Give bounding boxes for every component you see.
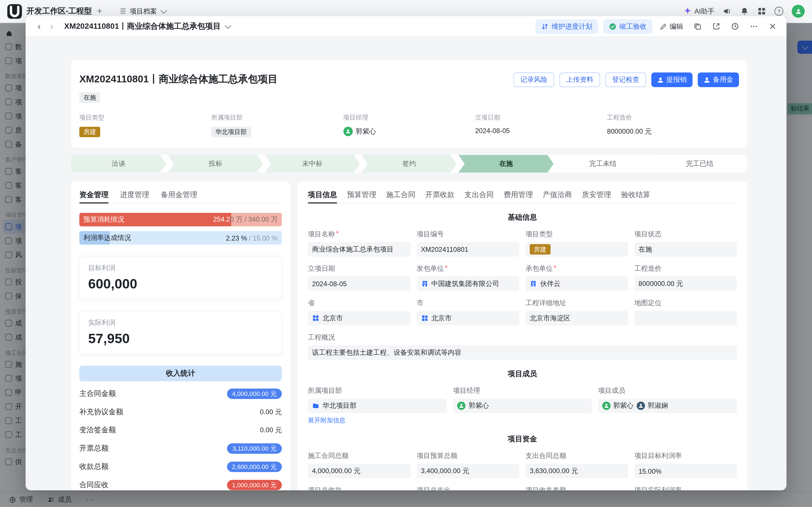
- project-members-input[interactable]: 郭紫心 郭淑娴: [598, 398, 737, 413]
- tab-construction-contract[interactable]: 施工合同: [386, 188, 416, 203]
- stage-item[interactable]: 完工未结: [555, 155, 651, 173]
- project-key-fields: 项目类型 房建 所属项目部 华北项目部 项目经理 郭紫心: [79, 113, 739, 137]
- share-button[interactable]: [709, 19, 723, 33]
- stage-item[interactable]: 投标: [168, 155, 263, 173]
- stage-item[interactable]: 签约: [362, 155, 457, 173]
- bell-icon[interactable]: [740, 7, 749, 15]
- info-panel: 项目信息 预算管理 施工合同 开票收款 支出合同 费用管理 产值洽商 质安管理 …: [297, 182, 747, 490]
- maintain-schedule-button[interactable]: 维护进度计划: [536, 19, 598, 34]
- submit-expense-button[interactable]: 提报销: [651, 72, 692, 87]
- tab-progress-management[interactable]: 进度管理: [120, 188, 149, 203]
- petty-cash-button[interactable]: 备用金: [698, 72, 739, 87]
- ai-assistant-button[interactable]: AI助手: [683, 6, 715, 16]
- history-button[interactable]: [728, 19, 742, 33]
- project-code-input[interactable]: XM2024110801: [417, 242, 519, 257]
- profit-rate-target: / 15.00 %: [247, 234, 278, 242]
- topbar-right: AI助手 ?: [683, 5, 805, 18]
- field-owner-org: 发包单位* 中国建筑集团有限公司: [417, 264, 519, 291]
- stage-item[interactable]: 完工已结: [652, 155, 747, 173]
- field-project-type: 项目类型 房建: [526, 230, 628, 257]
- field-map-location: 地图定位: [634, 298, 737, 325]
- tab-quality-safety[interactable]: 质安管理: [582, 188, 611, 203]
- amount-row-change-orders[interactable]: 变洽签金额 0.00 元: [79, 421, 282, 439]
- expand-extra-info-link[interactable]: 展开附加信息: [308, 416, 345, 425]
- stage-item[interactable]: 洽谈: [71, 155, 166, 173]
- status-badge: 在施: [79, 92, 100, 103]
- tab-project-info[interactable]: 项目信息: [308, 188, 337, 203]
- amount-row-supplement[interactable]: 补充协议金额 0.00 元: [79, 403, 282, 421]
- chevron-down-icon: [160, 7, 167, 14]
- help-icon[interactable]: ?: [774, 7, 783, 15]
- target-profit-rate-input[interactable]: 15.00%: [634, 463, 737, 478]
- project-cost-input[interactable]: 8000000.00 元: [634, 276, 737, 291]
- income-statistics-button[interactable]: 收入统计: [79, 366, 282, 381]
- megaphone-icon[interactable]: [723, 7, 732, 15]
- tab-budget[interactable]: 预算管理: [347, 188, 376, 203]
- funds-tabs: 资金管理 进度管理 备用金管理: [79, 188, 282, 203]
- back-button[interactable]: ‹: [33, 20, 45, 33]
- tab-cost-management[interactable]: 费用管理: [504, 188, 533, 203]
- more-button[interactable]: [747, 19, 760, 33]
- record-risk-button[interactable]: 记录风险: [513, 72, 554, 87]
- project-name-input[interactable]: 商业综合体施工总承包项目: [308, 242, 410, 257]
- required-mark: *: [445, 264, 447, 273]
- user-avatar[interactable]: [792, 5, 805, 18]
- ai-assistant-label: AI助手: [694, 6, 714, 16]
- apps-icon[interactable]: [757, 7, 766, 15]
- forward-button[interactable]: ›: [45, 20, 58, 33]
- contractor-org-input[interactable]: 伙伴云: [526, 276, 628, 291]
- stage-item[interactable]: 未中标: [265, 155, 360, 173]
- close-button[interactable]: [766, 19, 779, 33]
- project-overview-input[interactable]: 该工程主要包括土建工程、设备安装和调试等内容: [308, 345, 737, 360]
- required-mark: *: [554, 264, 556, 273]
- amount-row-receivable[interactable]: 合同应收 1,000,000.00 元: [79, 476, 282, 490]
- start-date-input[interactable]: 2024-08-05: [308, 276, 410, 291]
- tab-project-archive[interactable]: ☰ 项目档案: [120, 6, 165, 16]
- members-grid: 所属项目部 华北项目部 展开附加信息 项目经理 郭紫心: [308, 386, 737, 425]
- copy-button[interactable]: [690, 19, 704, 33]
- amount-row-invoiced-total[interactable]: 开票总额 3,110,000.00 元: [79, 439, 282, 457]
- tab-invoicing[interactable]: 开票收款: [426, 188, 455, 203]
- expense-contract-total-input[interactable]: 3,630,000.00 元: [526, 463, 628, 478]
- tab-acceptance-settlement[interactable]: 验收结算: [621, 188, 650, 203]
- budget-total: 0 万 / 340.00 万: [230, 215, 278, 223]
- field-actual-profit-rate: 项目实际利润率 2.23%: [634, 486, 737, 490]
- map-location-input[interactable]: [634, 311, 737, 325]
- project-status-input[interactable]: 在施: [634, 242, 737, 257]
- check-badge-icon: [609, 22, 616, 30]
- clock-icon: [731, 22, 739, 31]
- owner-org-input[interactable]: 中国建筑集团有限公司: [417, 276, 519, 291]
- register-inspection-button[interactable]: 登记检查: [605, 72, 646, 87]
- upload-files-button[interactable]: 上传资料: [559, 72, 600, 87]
- project-manager-input[interactable]: 郭紫心: [453, 398, 592, 413]
- building-icon: [421, 280, 428, 287]
- project-type-input[interactable]: 房建: [526, 242, 628, 257]
- province-input[interactable]: 北京市: [308, 311, 410, 325]
- construction-contract-total-input[interactable]: 4,000,000.00 元: [308, 463, 410, 478]
- avatar: [457, 401, 466, 410]
- amount-row-received-total[interactable]: 收款总额 2,600,000.00 元: [79, 457, 282, 476]
- tab-expense-contract[interactable]: 支出合同: [465, 188, 494, 203]
- tab-funds-management[interactable]: 资金管理: [79, 188, 109, 203]
- member-item: 郭淑娴: [637, 401, 668, 410]
- department-input[interactable]: 华北项目部: [308, 398, 447, 413]
- app-logo[interactable]: [7, 4, 22, 19]
- budget-total-input[interactable]: 3,400,000.00 元: [417, 463, 519, 478]
- stage-item-current[interactable]: 在施: [458, 155, 554, 173]
- field-start-date: 立项日期 2024-08-05: [308, 264, 410, 291]
- modal-body: XM2024110801丨商业综合体施工总承包项目 记录风险 上传资料 登记检查…: [26, 37, 787, 490]
- region-grid-icon: [421, 315, 428, 322]
- close-icon: [768, 22, 776, 31]
- record-title-dropdown[interactable]: XM2024110801丨商业综合体施工总承包项目: [64, 21, 230, 31]
- tab-petty-cash-management[interactable]: 备用金管理: [161, 188, 197, 203]
- budget-used: 254.2: [213, 215, 230, 223]
- city-input[interactable]: 北京市: [417, 311, 519, 325]
- tab-output-negotiation[interactable]: 产值洽商: [543, 188, 572, 203]
- detail-address-input[interactable]: 北京市海淀区: [526, 311, 628, 325]
- field-contractor-org: 承包单位* 伙伴云: [526, 264, 628, 291]
- add-icon[interactable]: +: [97, 7, 102, 15]
- edit-button[interactable]: 编辑: [660, 22, 683, 31]
- project-funds-grid: 施工合同总额 4,000,000.00 元 项目预算总额 3,400,000.0…: [308, 451, 737, 490]
- amount-row-main-contract[interactable]: 主合同金额 4,000,000.00 元: [79, 384, 282, 403]
- completion-acceptance-button[interactable]: 竣工验收: [603, 19, 652, 34]
